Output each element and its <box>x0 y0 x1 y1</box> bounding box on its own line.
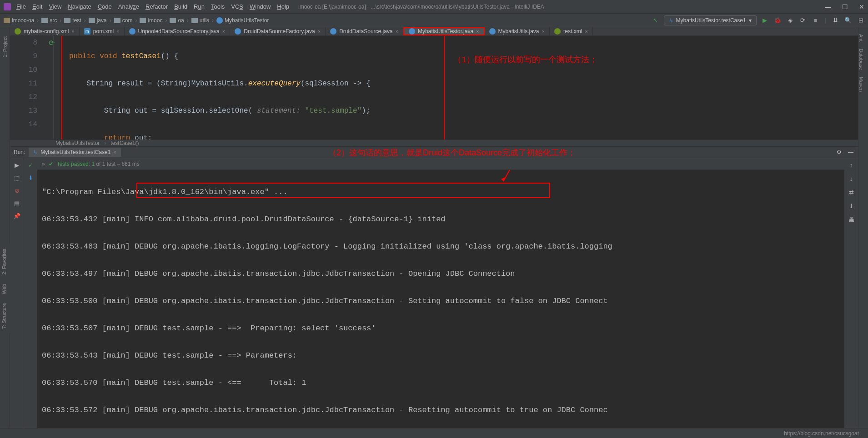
settings-icon[interactable]: ⚙ <box>835 149 843 156</box>
breadcrumb-item[interactable]: oa <box>170 17 184 24</box>
minimize-button[interactable]: — <box>825 3 831 10</box>
layout-button[interactable]: ▤ <box>13 199 21 207</box>
breadcrumb-item[interactable]: imooc <box>140 17 162 24</box>
sidebar-item-favorites[interactable]: 2: Favorites <box>0 244 8 279</box>
close-icon[interactable]: × <box>542 29 545 34</box>
menu-edit[interactable]: Edit <box>32 3 42 10</box>
close-icon[interactable]: × <box>222 29 225 34</box>
menu-tools[interactable]: Tools <box>211 3 225 10</box>
breadcrumb-item[interactable]: utils <box>191 17 209 24</box>
editor-tab[interactable]: DruidDataSource.java × <box>326 27 403 35</box>
test-status-bar: » ✔ Tests passed: 1 of 1 test – 861 ms <box>37 158 844 170</box>
run-toolbar-left2: ✓ ⬇ <box>24 158 37 438</box>
editor-tab-active[interactable]: MybatisUtilsTestor.java × <box>403 27 484 35</box>
close-icon[interactable]: × <box>113 149 116 155</box>
stop-button[interactable]: ■ <box>812 17 819 24</box>
folder-icon <box>41 18 48 23</box>
breadcrumb-item[interactable]: MybatisUtilsTestor <box>216 17 269 24</box>
breadcrumb-item[interactable]: src <box>41 17 57 24</box>
menu-file[interactable]: File <box>16 3 26 10</box>
folder-icon <box>114 18 120 23</box>
collapse-button[interactable]: ⬇ <box>27 174 35 182</box>
settings-button[interactable]: ⊞ <box>857 17 864 24</box>
close-icon[interactable]: × <box>71 29 74 34</box>
toolbar-icons: ▶ 🐞 ◈ ⟳ ■ | ⇊ 🔍 ⊞ <box>761 17 864 24</box>
editor-tab[interactable]: test.xml × <box>550 27 593 35</box>
status-bar: https://blog.csdn.net/csucsgoat <box>0 428 868 438</box>
menu-help[interactable]: Help <box>277 3 289 10</box>
up-icon[interactable]: ↑ <box>847 161 855 169</box>
toggle-button[interactable]: ⬚ <box>13 174 21 182</box>
menu-run[interactable]: Run <box>194 3 205 10</box>
menu-window[interactable]: Window <box>250 3 271 10</box>
check-button[interactable]: ✓ <box>27 161 35 169</box>
close-button[interactable]: ✕ <box>859 3 864 10</box>
coverage-button[interactable]: ◈ <box>787 17 794 24</box>
code-editor[interactable]: 8 9 10 11 12 13 14 ⟳ public void testCas… <box>10 36 858 139</box>
annotation-text-2: （2）这句话的意思，就是Druid这个DataSource完成了初始化工作； <box>328 147 576 158</box>
run-configuration-selector[interactable]: ↳ MybatisUtilsTestor.testCase1 ▾ <box>664 15 757 25</box>
editor-tab[interactable]: m pom.xml × <box>80 27 125 35</box>
breadcrumb-item[interactable]: java <box>89 17 107 24</box>
breadcrumb-class[interactable]: MybatisUtilsTestor <box>55 140 100 146</box>
close-icon[interactable]: × <box>585 29 587 34</box>
close-icon[interactable]: × <box>318 29 321 34</box>
close-icon[interactable]: × <box>476 29 479 34</box>
breadcrumb-item[interactable]: test <box>64 17 81 24</box>
profile-button[interactable]: ⟳ <box>799 17 807 24</box>
breadcrumb-item[interactable]: imooc-oa <box>4 17 34 24</box>
wrap-icon[interactable]: ⇄ <box>847 188 855 196</box>
stop-button[interactable]: ⊘ <box>13 186 21 194</box>
app-icon <box>4 3 11 10</box>
sidebar-item-web[interactable]: Web <box>0 279 8 299</box>
chevron-icon: › <box>104 140 106 146</box>
search-button[interactable]: 🔍 <box>844 17 852 24</box>
vcs-button[interactable]: ⇊ <box>832 17 839 24</box>
scroll-icon[interactable]: ⤓ <box>847 202 855 210</box>
arrow-icon: ↳ <box>33 149 38 155</box>
right-sidebar: Ant Database Maven <box>858 27 868 428</box>
sidebar-item-ant[interactable]: Ant <box>858 34 864 42</box>
code-content[interactable]: public void testCase1() { String result … <box>60 36 858 139</box>
sidebar-item-project[interactable]: 1: Project <box>2 36 8 57</box>
print-icon[interactable]: 🖶 <box>847 215 855 224</box>
build-icon[interactable]: ↖ <box>652 17 659 24</box>
menu-navigate[interactable]: Navigate <box>68 3 91 10</box>
folder-icon <box>191 18 198 23</box>
menu-build[interactable]: Build <box>174 3 187 10</box>
maximize-button[interactable]: ☐ <box>842 3 848 10</box>
debug-button[interactable]: 🐞 <box>774 17 781 24</box>
run-button[interactable]: ▶ <box>761 17 768 24</box>
menu-view[interactable]: View <box>49 3 61 10</box>
menu-refactor[interactable]: Refactor <box>146 3 168 10</box>
folder-icon <box>89 18 95 23</box>
close-icon[interactable]: × <box>116 29 119 34</box>
sidebar-item-maven[interactable]: Maven <box>858 77 864 92</box>
editor-tab[interactable]: DruidDataSourceFactory.java × <box>230 27 326 35</box>
svg-line-0 <box>503 170 515 181</box>
editor-tab[interactable]: MybatisUtils.java × <box>485 27 550 35</box>
pin-button[interactable]: 📌 <box>13 212 21 220</box>
down-icon[interactable]: ↓ <box>847 174 855 183</box>
editor-tab[interactable]: mybatis-config.xml × <box>10 27 80 35</box>
menu-analyze[interactable]: Analyze <box>118 3 139 10</box>
run-tab[interactable]: ↳ MybatisUtilsTestor.testCase1 × <box>29 148 121 157</box>
rerun-button[interactable]: ▶ <box>13 161 21 169</box>
chevron-icon: › <box>187 17 189 24</box>
close-icon[interactable]: × <box>396 29 398 34</box>
breadcrumb-item[interactable]: com <box>114 17 133 24</box>
annotation-text-1: （1）随便运行以前写的一个测试方法； <box>453 53 597 67</box>
breadcrumb-method[interactable]: testCase1() <box>110 140 139 146</box>
sidebar-item-structure[interactable]: 7: Structure <box>0 299 8 333</box>
run-config-label: MybatisUtilsTestor.testCase1 <box>676 17 746 24</box>
arrow-icon: ↳ <box>669 17 673 24</box>
menu-vcs[interactable]: VCS <box>231 3 243 10</box>
minimize-icon[interactable]: — <box>847 149 854 156</box>
console-output[interactable]: "C:\Program Files\Java\jdk1.8.0_162\bin\… <box>37 170 844 438</box>
java-icon <box>235 28 241 35</box>
run-gutter-icon[interactable]: ⟳ <box>49 37 55 50</box>
editor-tab[interactable]: UnpooledDataSourceFactory.java × <box>125 27 231 35</box>
menu-code[interactable]: Code <box>98 3 112 10</box>
sidebar-item-database[interactable]: Database <box>858 49 864 70</box>
java-icon <box>409 28 415 35</box>
